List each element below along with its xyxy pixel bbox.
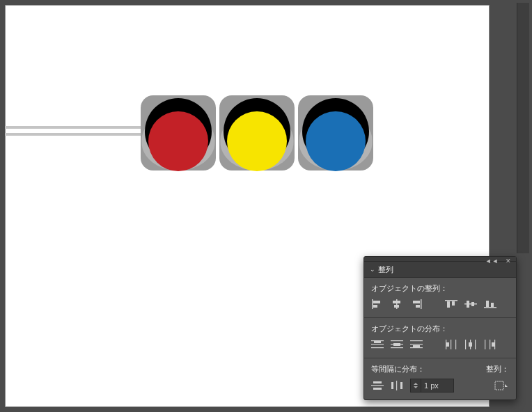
yellow-bulb xyxy=(227,111,287,171)
svg-rect-15 xyxy=(484,307,496,308)
svg-rect-34 xyxy=(465,340,466,349)
svg-rect-0 xyxy=(372,299,373,309)
svg-rect-31 xyxy=(451,340,451,349)
svg-rect-48 xyxy=(495,381,503,390)
svg-rect-44 xyxy=(371,385,384,386)
svg-rect-2 xyxy=(373,305,377,308)
window-frame: junk-word.com ◄◄ ✕ ⌄ 整列 オブジェクトの整列： xyxy=(0,0,532,412)
svg-rect-45 xyxy=(391,382,393,389)
horizontal-align-left-button[interactable] xyxy=(371,298,384,310)
svg-rect-29 xyxy=(413,345,420,347)
vertical-distribute-space-button[interactable] xyxy=(371,379,384,392)
panel-title: 整列 xyxy=(378,264,393,275)
align-panel: ◄◄ ✕ ⌄ 整列 オブジェクトの整列： オブジェクトの分布： xyxy=(363,256,517,400)
svg-rect-26 xyxy=(410,340,423,341)
horizontal-distribute-left-button[interactable] xyxy=(445,338,457,351)
vertical-align-center-button[interactable] xyxy=(464,298,477,310)
svg-rect-11 xyxy=(452,301,455,306)
traffic-light xyxy=(141,95,373,171)
svg-rect-25 xyxy=(393,343,400,346)
svg-rect-6 xyxy=(421,299,422,309)
svg-rect-27 xyxy=(410,344,423,344)
svg-rect-12 xyxy=(464,303,477,305)
svg-rect-46 xyxy=(400,382,402,389)
panel-collapse-icon[interactable]: ◄◄ xyxy=(485,258,499,264)
spacing-input[interactable] xyxy=(421,379,453,392)
panel-grip[interactable]: ◄◄ ✕ xyxy=(364,257,516,262)
svg-rect-24 xyxy=(391,347,403,348)
horizontal-distribute-center-button[interactable] xyxy=(464,338,477,351)
svg-rect-39 xyxy=(490,340,490,349)
svg-rect-36 xyxy=(475,340,476,349)
svg-rect-17 xyxy=(491,303,494,307)
svg-rect-19 xyxy=(371,344,384,344)
pole-line-2 xyxy=(5,133,148,136)
svg-rect-4 xyxy=(393,301,400,303)
vertical-align-top-button[interactable] xyxy=(445,298,457,310)
svg-rect-38 xyxy=(485,340,485,349)
align-to-flyout[interactable] xyxy=(494,379,509,392)
vertical-distribute-top-button[interactable] xyxy=(371,338,384,351)
svg-marker-49 xyxy=(505,384,508,387)
svg-rect-43 xyxy=(373,388,382,390)
panel-close-icon[interactable]: ✕ xyxy=(506,258,512,264)
svg-rect-40 xyxy=(494,340,495,349)
red-bulb xyxy=(148,111,208,171)
svg-rect-10 xyxy=(447,301,450,308)
light-housing-blue xyxy=(298,95,373,171)
section-distribute-spacing: 等間隔に分布： 整列： xyxy=(364,358,516,399)
svg-rect-22 xyxy=(391,340,403,341)
chevron-down-icon: ⌄ xyxy=(370,266,375,273)
svg-rect-1 xyxy=(373,301,380,303)
blue-bulb xyxy=(306,111,366,171)
svg-rect-20 xyxy=(371,347,384,348)
vertical-scrollbar[interactable] xyxy=(517,3,529,253)
svg-rect-13 xyxy=(467,301,469,308)
vertical-distribute-bottom-button[interactable] xyxy=(410,338,423,351)
align-objects-label: オブジェクトの整列： xyxy=(371,283,509,294)
svg-rect-9 xyxy=(445,300,457,301)
svg-rect-28 xyxy=(410,347,423,348)
svg-rect-8 xyxy=(416,305,420,308)
horizontal-distribute-right-button[interactable] xyxy=(484,338,496,351)
svg-rect-7 xyxy=(413,301,420,303)
light-housing-yellow xyxy=(219,95,295,171)
svg-rect-33 xyxy=(446,342,449,347)
svg-rect-47 xyxy=(396,381,397,390)
svg-rect-21 xyxy=(374,341,381,343)
distribute-objects-label: オブジェクトの分布： xyxy=(371,324,509,334)
vertical-align-bottom-button[interactable] xyxy=(484,298,496,310)
section-distribute-objects: オブジェクトの分布： xyxy=(364,318,516,358)
svg-rect-42 xyxy=(373,381,382,383)
svg-rect-41 xyxy=(492,342,494,347)
light-housing-red xyxy=(141,95,216,171)
stepper-icon[interactable] xyxy=(411,379,421,392)
svg-rect-37 xyxy=(469,342,472,347)
pole-line-1 xyxy=(5,126,148,129)
svg-rect-16 xyxy=(486,301,489,307)
svg-rect-14 xyxy=(471,302,474,306)
svg-rect-32 xyxy=(455,340,456,349)
distribute-spacing-label: 等間隔に分布： xyxy=(371,364,425,374)
vertical-distribute-center-button[interactable] xyxy=(391,338,403,351)
align-to-label: 整列： xyxy=(486,364,509,374)
svg-rect-5 xyxy=(394,305,399,308)
spacing-value-field[interactable] xyxy=(410,379,454,393)
horizontal-distribute-space-button[interactable] xyxy=(391,379,403,392)
horizontal-align-right-button[interactable] xyxy=(410,298,423,310)
section-align-objects: オブジェクトの整列： xyxy=(364,278,516,318)
horizontal-align-center-button[interactable] xyxy=(391,298,403,310)
